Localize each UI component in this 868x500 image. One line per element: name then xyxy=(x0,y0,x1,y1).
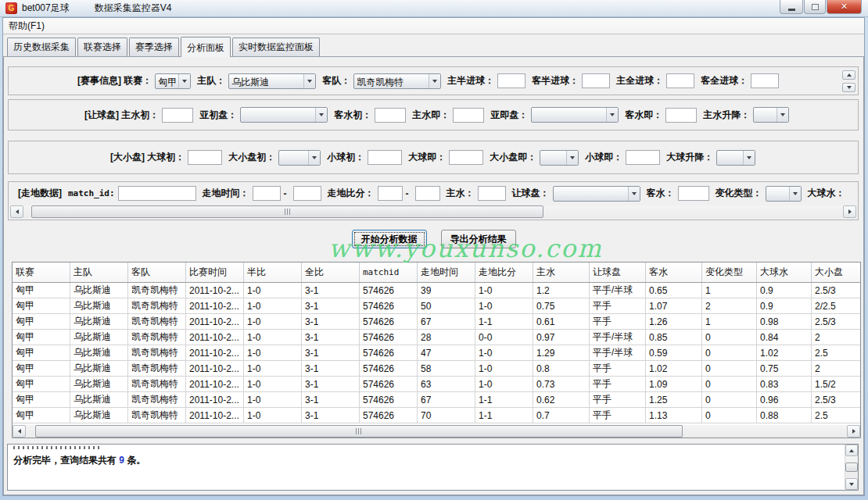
asia-live-handicap-label: 亚即盘： xyxy=(490,109,528,122)
table-row[interactable]: 匈甲乌比斯迪凯奇凯梅特2011-10-2...1-03-1574626280-0… xyxy=(13,330,860,345)
cell-r6-c7: 63 xyxy=(418,377,475,392)
table-row[interactable]: 匈甲乌比斯迪凯奇凯梅特2011-10-2...1-03-1574626391-0… xyxy=(13,283,860,298)
column-header-14[interactable]: 大小盘 xyxy=(812,262,860,282)
home-water-trend-select[interactable] xyxy=(753,107,789,123)
asia-live-handicap-select[interactable] xyxy=(531,107,619,123)
column-header-4[interactable]: 半比 xyxy=(244,262,302,282)
cell-r2-c9: 0.61 xyxy=(533,314,590,330)
analysis-panel-page: [赛事信息] 联赛：匈甲主队：乌比斯迪客队：凯奇凯梅特主半进球：客半进球：主全进… xyxy=(3,56,864,495)
small-live-input[interactable] xyxy=(626,150,660,165)
ou-init-label: 大小盘初： xyxy=(228,151,275,164)
group-overunder: [大小盘] 大球初：大小盘初：小球初：大球即：大小盘即：小球即：大球升降： xyxy=(8,141,859,174)
start-analysis-button[interactable]: 开始分析数据 xyxy=(352,230,427,248)
home-water-init-input[interactable] xyxy=(162,108,193,123)
away-full-goals-input[interactable] xyxy=(751,73,779,88)
column-header-7[interactable]: 走地时间 xyxy=(418,262,475,282)
tab-1[interactable]: 联赛选择 xyxy=(77,38,127,56)
export-results-button[interactable]: 导出分析结果 xyxy=(441,230,516,248)
table-row[interactable]: 匈甲乌比斯迪凯奇凯梅特2011-10-2...1-03-1574626471-0… xyxy=(13,345,860,361)
home-water-live-input[interactable] xyxy=(453,108,484,123)
scroll-left-button[interactable] xyxy=(13,425,26,438)
scroll-right-button[interactable] xyxy=(847,425,860,438)
table-row[interactable]: 匈甲乌比斯迪凯奇凯梅特2011-10-2...1-03-1574626631-0… xyxy=(13,377,860,392)
column-header-6[interactable]: matchid xyxy=(360,262,418,282)
column-header-13[interactable]: 大球水 xyxy=(757,262,812,282)
away-half-goals-input[interactable] xyxy=(582,73,610,88)
status-log-text: 分析完毕，查询结果共有 9 条。 xyxy=(8,445,845,490)
away-water-live-input[interactable] xyxy=(665,108,697,123)
cell-r8-c11: 1.13 xyxy=(646,408,702,423)
league-select[interactable]: 匈甲 xyxy=(155,73,191,89)
scroll-thumb[interactable] xyxy=(31,205,543,218)
tab-3[interactable]: 分析面板 xyxy=(181,37,231,57)
cell-r1-c2: 凯奇凯梅特 xyxy=(128,298,186,314)
minimize-button[interactable] xyxy=(780,0,803,14)
big-trend-select[interactable] xyxy=(716,150,755,166)
column-header-9[interactable]: 主水 xyxy=(533,262,590,282)
status-prefix: 分析完毕，查询结果共有 xyxy=(13,455,119,466)
home-half-goals-input[interactable] xyxy=(497,73,525,88)
scroll-thumb[interactable] xyxy=(845,462,858,472)
live-time-from-input[interactable] xyxy=(253,186,281,201)
home-team-select[interactable]: 乌比斯迪 xyxy=(228,73,316,89)
live-score-home-input[interactable] xyxy=(378,186,403,201)
home-full-goals-input[interactable] xyxy=(666,73,694,88)
tab-4[interactable]: 实时数据监控面板 xyxy=(232,38,320,56)
scroll-right-button[interactable] xyxy=(843,205,856,218)
cell-r7-c8: 1-1 xyxy=(475,392,533,408)
away-team-select[interactable]: 凯奇凯梅特 xyxy=(353,73,441,89)
ou-init-select[interactable] xyxy=(278,150,321,166)
match-id-input[interactable] xyxy=(118,186,196,201)
title-bar[interactable]: G bet007足球 数据采集监控器V4 ✕ xyxy=(0,0,868,17)
scroll-up-button[interactable] xyxy=(842,70,855,80)
big-live-input[interactable] xyxy=(449,150,483,165)
scroll-up-button[interactable] xyxy=(845,445,858,456)
ou-live-label: 大小盘即： xyxy=(490,151,536,164)
cell-r7-c1: 乌比斯迪 xyxy=(70,392,128,408)
column-header-8[interactable]: 走地比分 xyxy=(475,262,533,282)
away-water-init-input[interactable] xyxy=(375,108,406,123)
small-init-input[interactable] xyxy=(368,150,402,165)
cell-r4-c9: 1.29 xyxy=(533,345,590,361)
change-type-select[interactable] xyxy=(766,186,802,202)
live-time-to-input[interactable] xyxy=(293,186,321,201)
table-row[interactable]: 匈甲乌比斯迪凯奇凯梅特2011-10-2...1-03-1574626671-1… xyxy=(13,314,860,330)
cell-r4-c8: 1-0 xyxy=(475,345,533,361)
cell-r1-c9: 0.75 xyxy=(533,298,590,314)
tab-2[interactable]: 赛季选择 xyxy=(129,38,179,56)
column-header-12[interactable]: 变化类型 xyxy=(702,262,757,282)
ou-live-select[interactable] xyxy=(540,150,579,166)
scroll-left-button[interactable] xyxy=(10,205,23,218)
column-header-5[interactable]: 全比 xyxy=(302,262,360,282)
tab-0[interactable]: 历史数据采集 xyxy=(7,38,76,56)
table-row[interactable]: 匈甲乌比斯迪凯奇凯梅特2011-10-2...1-03-1574626701-1… xyxy=(13,408,860,423)
column-header-1[interactable]: 主队 xyxy=(70,262,128,282)
live-away-water-input[interactable] xyxy=(678,186,709,201)
scroll-track[interactable] xyxy=(845,456,858,478)
table-row[interactable]: 匈甲乌比斯迪凯奇凯梅特2011-10-2...1-03-1574626501-0… xyxy=(13,298,860,314)
menu-item-help[interactable]: 帮助(F1) xyxy=(3,18,50,34)
maximize-button[interactable] xyxy=(804,0,826,14)
live-home-water-input[interactable] xyxy=(478,186,506,201)
column-header-3[interactable]: 比赛时间 xyxy=(186,262,244,282)
column-header-0[interactable]: 联赛 xyxy=(13,262,70,282)
table-row[interactable]: 匈甲乌比斯迪凯奇凯梅特2011-10-2...1-03-1574626581-0… xyxy=(13,361,860,377)
status-log-box[interactable]: 分析完毕，查询结果共有 9 条。 xyxy=(7,444,859,491)
cell-r3-c1: 乌比斯迪 xyxy=(70,330,128,345)
asia-init-handicap-select[interactable] xyxy=(240,107,328,123)
column-header-2[interactable]: 客队 xyxy=(128,262,186,282)
table-row[interactable]: 匈甲乌比斯迪凯奇凯梅特2011-10-2...1-03-1574626671-1… xyxy=(13,392,860,408)
column-header-10[interactable]: 让球盘 xyxy=(590,262,646,282)
column-header-11[interactable]: 客水 xyxy=(646,262,702,282)
scroll-thumb[interactable] xyxy=(35,425,683,438)
scroll-track[interactable] xyxy=(23,205,843,218)
cell-r3-c4: 1-0 xyxy=(244,330,302,345)
big-init-input[interactable] xyxy=(188,150,222,165)
cell-r0-c14: 2.5/3 xyxy=(812,283,860,298)
close-button[interactable]: ✕ xyxy=(827,0,862,14)
scroll-track[interactable] xyxy=(26,425,847,438)
live-handicap-select[interactable] xyxy=(553,186,640,202)
scroll-down-button[interactable] xyxy=(845,478,858,490)
live-score-away-input[interactable] xyxy=(415,186,440,201)
scroll-down-button[interactable] xyxy=(842,83,855,92)
